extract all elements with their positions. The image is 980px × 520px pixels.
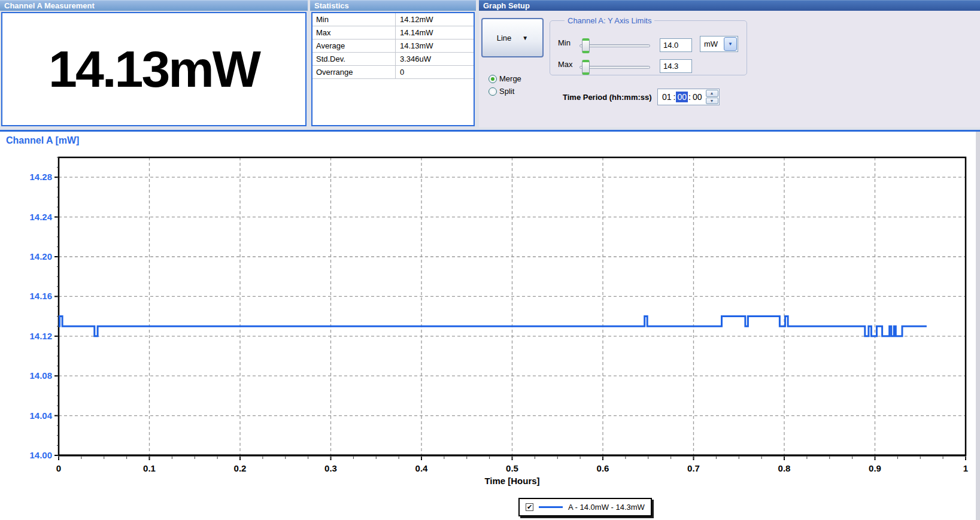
statistics-panel-header: Statistics (310, 0, 476, 11)
measurement-panel: Channel A Measurement 14.13mW (0, 0, 308, 127)
graph-setup-panel: Graph Setup Line ▼ Channel A: Y Axis Lim… (479, 0, 980, 127)
graph-setup-body: Line ▼ Channel A: Y Axis Limits Min 14.0… (479, 11, 980, 127)
time-hours-segment[interactable]: 01 (661, 92, 673, 102)
line-style-dropdown-button[interactable]: Line ▼ (481, 18, 544, 57)
graph-setup-header: Graph Setup (479, 0, 980, 11)
spinner-down-icon: ▼ (710, 99, 714, 103)
chart-plot: 14.0014.0414.0814.1214.1614.2014.2414.28… (0, 132, 980, 520)
svg-text:14.00: 14.00 (29, 450, 52, 460)
svg-text:14.20: 14.20 (29, 251, 52, 261)
merge-radio-row: Merge (489, 74, 521, 83)
time-minutes-segment[interactable]: 00 (676, 92, 688, 102)
checkmark-icon: ✔ (527, 503, 532, 510)
y-min-slider-track[interactable] (579, 44, 650, 47)
statistics-panel: Statistics Min14.12mWMax14.14mWAverage14… (310, 0, 476, 127)
y-min-slider-thumb[interactable] (582, 38, 590, 53)
svg-text:0.6: 0.6 (597, 463, 609, 473)
dropdown-arrow-icon: ▼ (522, 35, 528, 41)
legend-checkbox[interactable]: ✔ (526, 503, 533, 511)
svg-text:0.3: 0.3 (324, 463, 337, 473)
stat-value: 3.346uW (396, 53, 474, 65)
svg-text:0.4: 0.4 (415, 463, 429, 473)
split-radio-row: Split (489, 87, 514, 96)
y-axis-limits-group-label: Channel A: Y Axis Limits (565, 16, 654, 25)
spinner-down-button[interactable]: ▼ (706, 98, 718, 105)
svg-text:14.08: 14.08 (29, 370, 52, 381)
time-spinner: ▲ ▼ (706, 90, 718, 104)
svg-text:0.9: 0.9 (869, 463, 881, 473)
measurement-value: 14.13mW (2, 13, 305, 125)
svg-text:14.24: 14.24 (29, 212, 52, 222)
line-style-label: Line (497, 34, 512, 42)
merge-radio-label: Merge (499, 74, 521, 83)
svg-text:14.12: 14.12 (29, 331, 52, 341)
stat-value: 14.13mW (396, 39, 474, 52)
stat-row: Min14.12mW (312, 13, 474, 26)
y-max-slider-thumb[interactable] (582, 60, 590, 75)
svg-text:14.28: 14.28 (29, 172, 52, 182)
legend-label: A - 14.0mW - 14.3mW (568, 503, 645, 512)
stat-value: 14.14mW (396, 26, 474, 39)
y-max-slider-track[interactable] (579, 66, 650, 69)
legend-line-sample (539, 506, 563, 508)
svg-text:14.16: 14.16 (29, 291, 52, 301)
svg-text:1: 1 (963, 463, 968, 473)
time-period-input[interactable]: 01 : 00 : 00 ▲ ▼ (657, 89, 720, 105)
stat-row: Max14.14mW (312, 26, 474, 39)
stat-row: Overrange0 (312, 66, 474, 79)
y-max-label: Max (558, 60, 573, 69)
spinner-up-button[interactable]: ▲ (706, 90, 718, 97)
stat-label: Std.Dev. (312, 53, 396, 65)
stat-label: Average (312, 39, 396, 52)
svg-text:0.7: 0.7 (687, 463, 700, 473)
chevron-down-icon: ▼ (728, 41, 733, 47)
unit-combobox[interactable]: mW ▼ (700, 36, 738, 52)
split-radio-label: Split (499, 87, 514, 96)
chart-legend: ✔ A - 14.0mW - 14.3mW (518, 498, 652, 516)
time-period-label: Time Period (hh:mm:ss) (563, 93, 652, 102)
unit-combobox-dropdown-button[interactable]: ▼ (724, 37, 737, 51)
statistics-table: Min14.12mWMax14.14mWAverage14.13mWStd.De… (311, 12, 475, 126)
app-window: Channel A Measurement 14.13mW Statistics… (0, 0, 980, 520)
y-max-value-input[interactable]: 14.3 (660, 59, 692, 73)
stat-value: 14.12mW (396, 13, 474, 26)
chart-panel: Channel A [mW] 14.0014.0414.0814.1214.16… (0, 130, 980, 520)
time-seconds-segment[interactable]: 00 (691, 92, 703, 102)
stat-row: Average14.13mW (312, 39, 474, 53)
stat-value: 0 (396, 66, 474, 78)
stat-label: Max (312, 26, 396, 39)
y-min-label: Min (558, 38, 571, 47)
svg-text:0.2: 0.2 (234, 463, 247, 473)
merge-radio[interactable] (489, 75, 497, 83)
svg-text:0.1: 0.1 (143, 463, 156, 473)
y-min-value-input[interactable]: 14.0 (660, 38, 692, 52)
unit-combobox-value: mW (700, 39, 724, 48)
stat-label: Overrange (312, 66, 396, 78)
svg-text:0.5: 0.5 (506, 463, 518, 473)
split-radio[interactable] (489, 87, 497, 96)
svg-text:14.04: 14.04 (29, 410, 52, 421)
svg-text:Time [Hours]: Time [Hours] (484, 476, 539, 486)
measurement-panel-header: Channel A Measurement (0, 0, 308, 11)
svg-text:0: 0 (56, 463, 61, 473)
measurement-display: 14.13mW (1, 12, 307, 126)
stat-label: Min (312, 13, 396, 26)
spinner-up-icon: ▲ (710, 91, 714, 95)
stat-row: Std.Dev.3.346uW (312, 53, 474, 66)
svg-text:0.8: 0.8 (778, 463, 791, 473)
